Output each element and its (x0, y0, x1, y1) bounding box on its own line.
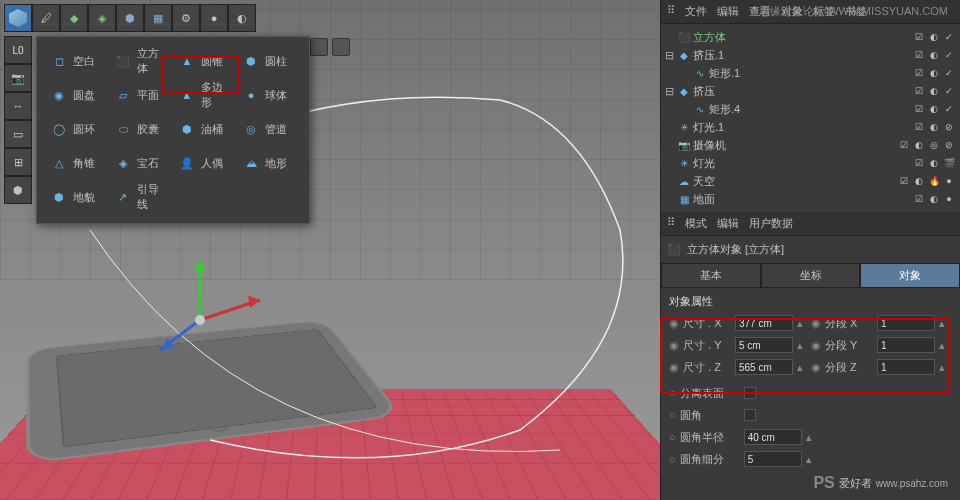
tree-row[interactable]: ∿矩形.4☑◐✓ (661, 100, 960, 118)
tag-icon[interactable]: ✓ (942, 102, 956, 116)
checkbox[interactable] (744, 387, 756, 399)
nav-icon-4[interactable] (332, 38, 350, 56)
tool-btn-8[interactable]: ● (200, 4, 228, 32)
tool-btn-3[interactable]: ◆ (60, 4, 88, 32)
spinner-icon[interactable]: ▴ (797, 317, 807, 330)
spinner-icon[interactable]: ▴ (797, 361, 807, 374)
primitive-平面[interactable]: ▱平面 (109, 79, 173, 111)
tree-row[interactable]: ☁天空☑◐🔥● (661, 172, 960, 190)
prop-input[interactable] (744, 429, 802, 445)
tag-icon[interactable]: 🎬 (942, 156, 956, 170)
primitive-球体[interactable]: ●球体 (237, 79, 301, 111)
tag-icon[interactable]: ✓ (942, 84, 956, 98)
primitive-胶囊[interactable]: ⬭胶囊 (109, 113, 173, 145)
tree-row[interactable]: ⊟◆挤压.1☑◐✓ (661, 46, 960, 64)
tag-icon[interactable]: ☑ (912, 48, 926, 62)
tag-icon[interactable]: ☑ (897, 138, 911, 152)
tag-icon[interactable]: ◐ (912, 174, 926, 188)
subtab-对象[interactable]: 对象 (860, 263, 960, 288)
tree-row[interactable]: ☀灯光.1☑◐⊘ (661, 118, 960, 136)
tree-row[interactable]: 📷摄像机☑◐◎⊘ (661, 136, 960, 154)
tool-btn-7[interactable]: ⚙ (172, 4, 200, 32)
tree-row[interactable]: ▦地面☑◐● (661, 190, 960, 208)
seg-input[interactable] (877, 359, 935, 375)
tree-toggle[interactable]: ⊟ (665, 85, 675, 98)
tree-row[interactable]: ☀灯光☑◐🎬 (661, 154, 960, 172)
tag-icon[interactable]: ⊘ (942, 138, 956, 152)
tag-icon[interactable]: ◐ (927, 48, 941, 62)
side-tool-3[interactable]: ↔ (4, 92, 32, 120)
tree-row[interactable]: ∿矩形.1☑◐✓ (661, 64, 960, 82)
tab-edit[interactable]: 编辑 (717, 4, 739, 19)
tag-icon[interactable]: ◐ (927, 192, 941, 206)
primitive-圆环[interactable]: ◯圆环 (45, 113, 109, 145)
tag-icon[interactable]: ◐ (927, 120, 941, 134)
tab-mode[interactable]: 模式 (685, 216, 707, 231)
tag-icon[interactable]: ◐ (927, 84, 941, 98)
hierarchy-tree[interactable]: ⬛立方体☑◐✓⊟◆挤压.1☑◐✓∿矩形.1☑◐✓⊟◆挤压☑◐✓∿矩形.4☑◐✓☀… (661, 24, 960, 212)
tag-icon[interactable]: ◐ (927, 30, 941, 44)
side-tool-4[interactable]: ▭ (4, 120, 32, 148)
subtab-坐标[interactable]: 坐标 (761, 263, 861, 288)
primitive-空白[interactable]: ◻空白 (45, 45, 109, 77)
primitive-地形[interactable]: ⛰地形 (237, 147, 301, 179)
tab-file[interactable]: 文件 (685, 4, 707, 19)
spinner-icon[interactable]: ▴ (806, 453, 816, 466)
primitive-圆柱[interactable]: ⬢圆柱 (237, 45, 301, 77)
cube-tool-button[interactable] (4, 4, 32, 32)
side-tool-lo[interactable]: L0 (4, 36, 32, 64)
tree-row[interactable]: ⬛立方体☑◐✓ (661, 28, 960, 46)
subtab-基本[interactable]: 基本 (661, 263, 761, 288)
primitive-圆锥[interactable]: ▲圆锥 (173, 45, 237, 77)
tag-icon[interactable]: ☑ (912, 84, 926, 98)
tag-icon[interactable]: ☑ (897, 174, 911, 188)
viewport-area[interactable]: 🖊 ◆ ◈ ⬢ ▦ ⚙ ● ◐ L0 📷 ↔ ▭ ⊞ ⬢ ◻空白⬛立方体▲圆锥⬢… (0, 0, 660, 500)
seg-input[interactable] (877, 337, 935, 353)
size-input[interactable] (735, 359, 793, 375)
primitive-立方体[interactable]: ⬛立方体 (109, 45, 173, 77)
tag-icon[interactable]: ☑ (912, 102, 926, 116)
tag-icon[interactable]: ✓ (942, 30, 956, 44)
tag-icon[interactable]: ◐ (927, 156, 941, 170)
primitive-人偶[interactable]: 👤人偶 (173, 147, 237, 179)
tool-btn-9[interactable]: ◐ (228, 4, 256, 32)
tag-icon[interactable]: ☑ (912, 66, 926, 80)
tool-btn-2[interactable]: 🖊 (32, 4, 60, 32)
tag-icon[interactable]: ⊘ (942, 120, 956, 134)
tag-icon[interactable]: ◐ (927, 66, 941, 80)
tool-btn-6[interactable]: ▦ (144, 4, 172, 32)
tag-icon[interactable]: ☑ (912, 192, 926, 206)
seg-input[interactable] (877, 315, 935, 331)
tag-icon[interactable]: ☑ (912, 30, 926, 44)
spinner-icon[interactable]: ▴ (939, 339, 949, 352)
checkbox[interactable] (744, 409, 756, 421)
tag-icon[interactable]: ✓ (942, 66, 956, 80)
primitive-引导线[interactable]: ↗引导线 (109, 181, 173, 213)
move-gizmo[interactable] (160, 260, 280, 382)
tag-icon[interactable]: ☑ (912, 156, 926, 170)
tree-toggle[interactable]: ⊟ (665, 49, 675, 62)
tag-icon[interactable]: ● (942, 192, 956, 206)
primitive-角锥[interactable]: △角锥 (45, 147, 109, 179)
side-tool-2[interactable]: 📷 (4, 64, 32, 92)
side-tool-6[interactable]: ⬢ (4, 176, 32, 204)
size-input[interactable] (735, 337, 793, 353)
tool-btn-5[interactable]: ⬢ (116, 4, 144, 32)
spinner-icon[interactable]: ▴ (939, 361, 949, 374)
tab-userdata[interactable]: 用户数据 (749, 216, 793, 231)
tag-icon[interactable]: ✓ (942, 48, 956, 62)
primitive-地貌[interactable]: ⬢地貌 (45, 181, 109, 213)
primitive-宝石[interactable]: ◈宝石 (109, 147, 173, 179)
primitive-油桶[interactable]: ⬢油桶 (173, 113, 237, 145)
tag-icon[interactable]: ◎ (927, 138, 941, 152)
primitive-多边形[interactable]: ▲多边形 (173, 79, 237, 111)
tool-btn-4[interactable]: ◈ (88, 4, 116, 32)
tag-icon[interactable]: ◐ (912, 138, 926, 152)
tag-icon[interactable]: ☑ (912, 120, 926, 134)
nav-icon-3[interactable] (310, 38, 328, 56)
tag-icon[interactable]: 🔥 (927, 174, 941, 188)
size-input[interactable] (735, 315, 793, 331)
prop-input[interactable] (744, 451, 802, 467)
tag-icon[interactable]: ◐ (927, 102, 941, 116)
tree-row[interactable]: ⊟◆挤压☑◐✓ (661, 82, 960, 100)
